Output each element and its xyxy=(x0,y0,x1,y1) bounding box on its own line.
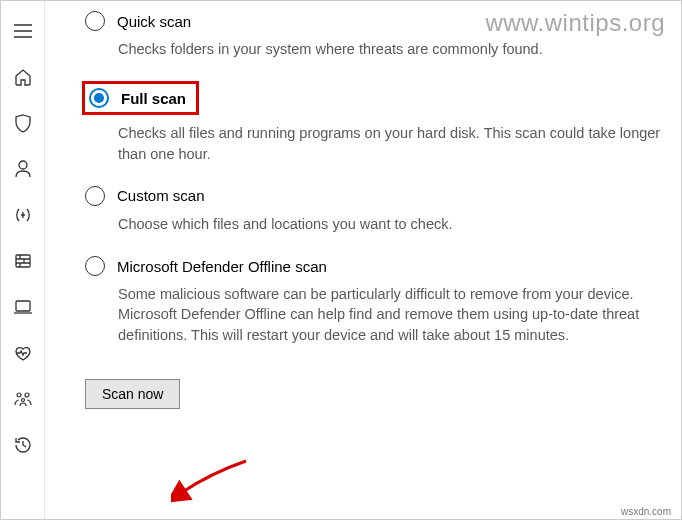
credit-text: wsxdn.com xyxy=(621,506,671,517)
option-title: Quick scan xyxy=(117,13,191,30)
svg-point-3 xyxy=(17,393,21,397)
device-icon[interactable] xyxy=(11,295,35,319)
network-icon[interactable] xyxy=(11,203,35,227)
option-full-scan: Full scan Checks all files and running p… xyxy=(71,81,661,164)
shield-icon[interactable] xyxy=(11,111,35,135)
svg-rect-2 xyxy=(16,301,30,311)
option-custom-scan: Custom scan Choose which files and locat… xyxy=(71,186,661,234)
account-icon[interactable] xyxy=(11,157,35,181)
option-desc: Checks folders in your system where thre… xyxy=(118,39,661,59)
svg-point-0 xyxy=(19,161,27,169)
menu-icon[interactable] xyxy=(11,19,35,43)
health-icon[interactable] xyxy=(11,341,35,365)
radio-quick-scan[interactable] xyxy=(85,11,105,31)
radio-full-scan[interactable] xyxy=(89,88,109,108)
firewall-icon[interactable] xyxy=(11,249,35,273)
scan-options-panel: Quick scan Checks folders in your system… xyxy=(71,11,661,519)
scan-now-button[interactable]: Scan now xyxy=(85,379,180,409)
option-title: Full scan xyxy=(121,90,186,107)
radio-custom-scan[interactable] xyxy=(85,186,105,206)
svg-point-5 xyxy=(21,399,24,402)
svg-point-4 xyxy=(25,393,29,397)
watermark-text: www.wintips.org xyxy=(485,9,665,37)
family-icon[interactable] xyxy=(11,387,35,411)
highlight-marker: Full scan xyxy=(82,81,199,115)
option-offline-scan: Microsoft Defender Offline scan Some mal… xyxy=(71,256,661,345)
home-icon[interactable] xyxy=(11,65,35,89)
option-desc: Checks all files and running programs on… xyxy=(118,123,661,164)
history-icon[interactable] xyxy=(11,433,35,457)
option-desc: Choose which files and locations you wan… xyxy=(118,214,661,234)
sidebar xyxy=(1,1,45,519)
svg-rect-1 xyxy=(16,255,30,267)
option-title: Custom scan xyxy=(117,187,205,204)
option-desc: Some malicious software can be particula… xyxy=(118,284,661,345)
option-title: Microsoft Defender Offline scan xyxy=(117,258,327,275)
radio-offline-scan[interactable] xyxy=(85,256,105,276)
